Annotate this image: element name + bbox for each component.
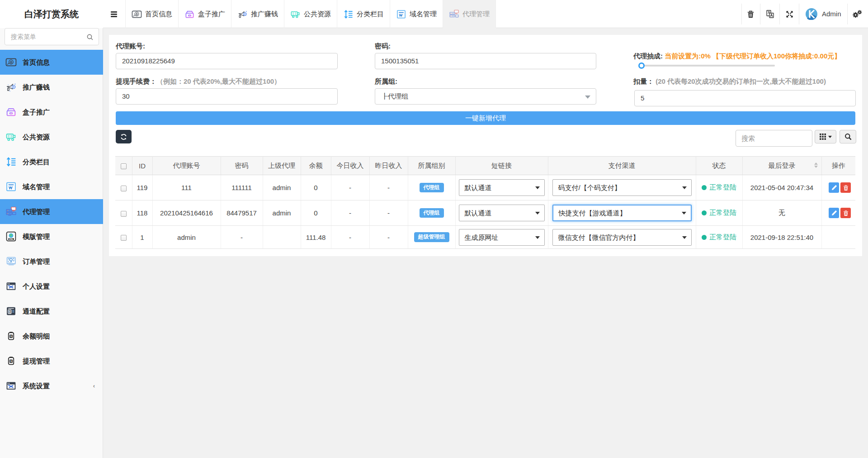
svg-text:$: $ [9, 310, 10, 314]
svg-text:HTML: HTML [9, 239, 13, 240]
